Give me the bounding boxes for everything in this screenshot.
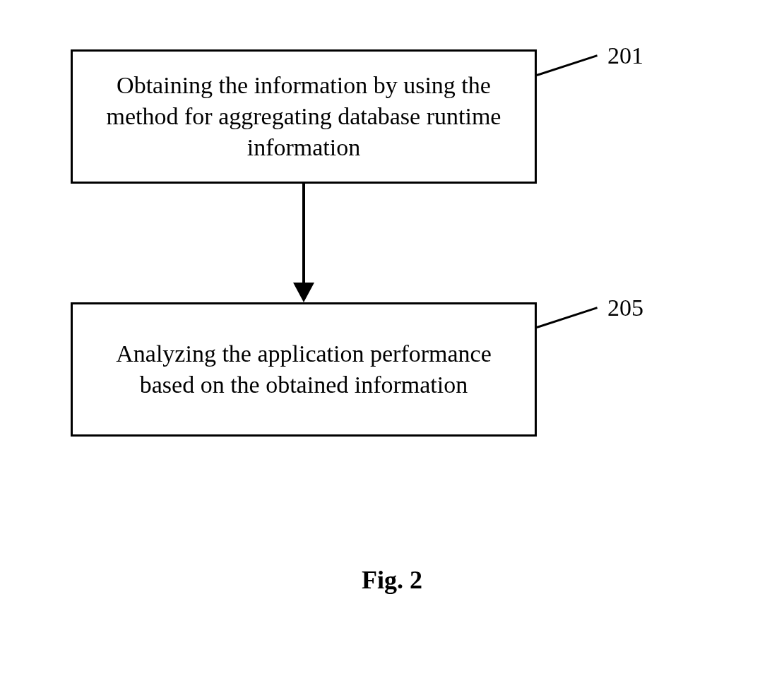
flow-step-2-text: Analyzing the application performance ba… — [87, 338, 521, 401]
flow-step-1-text: Obtaining the information by using the m… — [87, 70, 521, 164]
arrow-1-to-2 — [302, 184, 305, 286]
flow-step-1: Obtaining the information by using the m… — [71, 49, 537, 184]
leader-line-1 — [537, 54, 598, 76]
step-label-1: 201 — [607, 42, 643, 69]
arrow-1-to-2-head — [293, 283, 314, 302]
figure-caption: Fig. 2 — [0, 565, 784, 595]
leader-line-2 — [537, 307, 598, 328]
flow-step-2: Analyzing the application performance ba… — [71, 302, 537, 437]
step-label-2: 205 — [607, 295, 643, 321]
